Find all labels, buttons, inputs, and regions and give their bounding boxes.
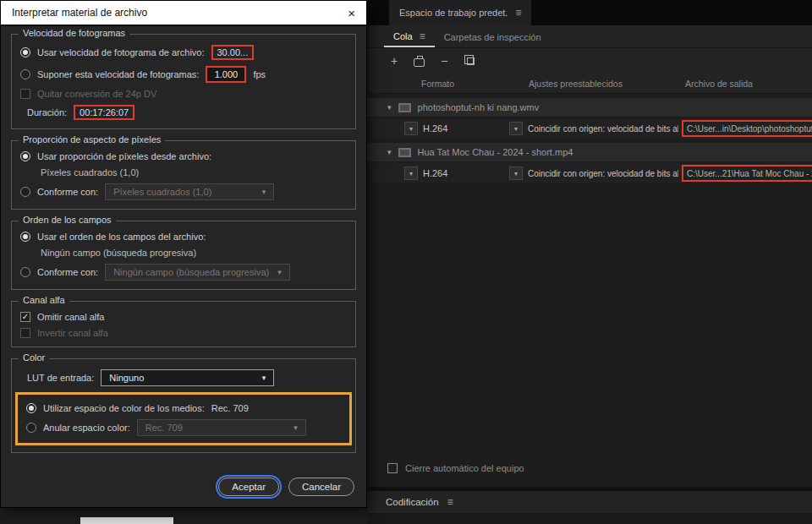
group-color-legend: Color — [19, 352, 49, 363]
column-preset: Ajustes preestablecidos — [529, 79, 623, 89]
bottom-strip — [0, 508, 367, 524]
invert-alpha-row: Invertir canal alfa — [20, 328, 347, 338]
override-color-dropdown: Rec. 709 ▾ — [137, 419, 306, 436]
dialog-title: Interpretar material de archivo — [12, 7, 147, 19]
tab-carpetas-inspeccion[interactable]: Carpetas de inspección — [435, 25, 551, 47]
tab-cola[interactable]: Cola ≡ — [384, 25, 435, 47]
output-path[interactable]: C:\User...in\Desktop\photoshoptut-nh — [687, 124, 812, 134]
ignore-alpha-checkbox[interactable]: ✓ — [20, 312, 30, 322]
radio-override-color[interactable] — [26, 423, 36, 433]
encoding-panel-menu-icon[interactable]: ≡ — [447, 496, 453, 508]
queue-panel-menu-icon[interactable]: ≡ — [420, 30, 425, 42]
ignore-alpha-label: Omitir canal alfa — [37, 312, 104, 322]
invert-alpha-label: Invertir canal alfa — [37, 328, 108, 338]
collapse-chevron-icon[interactable]: ▾ — [387, 103, 392, 112]
film-icon — [398, 103, 411, 112]
override-color-row: Anular espacio color: Rec. 709 ▾ — [26, 419, 341, 436]
par-conform-dropdown: Píxeles cuadrados (1,0) ▾ — [105, 183, 274, 200]
add-source-button[interactable]: + — [391, 55, 398, 67]
file-framerate-text: 30.00... — [217, 47, 249, 57]
radio-conform-par[interactable] — [20, 187, 30, 197]
chevron-down-icon: ▾ — [262, 188, 266, 196]
encoding-panel-title: Codificación — [386, 497, 439, 507]
close-icon[interactable]: × — [348, 7, 355, 19]
radio-use-file-par[interactable] — [20, 151, 30, 161]
media-encoder-window: Espacio de trabajo predet. ≡ Cola ≡ Carp… — [367, 0, 812, 524]
workspace-bar: Espacio de trabajo predet. ≡ — [367, 0, 812, 25]
duration-value: 00:17:26:07 — [74, 105, 134, 120]
group-pixel-aspect: Proporción de aspecto de píxeles Usar pr… — [11, 140, 356, 210]
duplicate-button[interactable] — [467, 57, 475, 65]
auto-shutdown-checkbox[interactable] — [387, 463, 398, 473]
output-path-annotation[interactable]: C:\User...21\Hua Tat Moc Chau - 2024 - — [682, 165, 812, 182]
fields-conform-value: Ningún campo (búsqueda progresiva) — [113, 267, 269, 277]
queue-source-row[interactable]: ▾ Hua Tat Moc Chau - 2024 - short.mp4 — [367, 143, 812, 161]
dialog-titlebar: Interpretar material de archivo × — [1, 1, 366, 26]
radio-use-file-fields[interactable] — [20, 232, 30, 242]
use-file-par-label: Usar proporción de píxeles desde archivo… — [37, 151, 211, 161]
check-icon: ✓ — [22, 313, 29, 321]
chevron-down-icon: ▾ — [294, 423, 298, 432]
override-color-value: Rec. 709 — [145, 423, 183, 433]
tab-carpetas-label: Carpetas de inspección — [444, 32, 541, 42]
film-icon — [398, 148, 411, 157]
queue-output-row[interactable]: ▾ H.264 ▾ Coincidir con origen: velocida… — [367, 163, 812, 183]
radio-use-media-color[interactable] — [26, 403, 36, 413]
queue-source-row[interactable]: ▾ photoshoptut-nh ki nang.wmv — [367, 98, 812, 117]
assume-framerate-label: Suponer esta velocidad de fotogramas: — [37, 69, 199, 79]
source-filename: Hua Tat Moc Chau - 2024 - short.mp4 — [418, 147, 573, 157]
chevron-down-icon: ▾ — [409, 125, 413, 133]
use-file-fields-label: Usar el orden de los campos del archivo: — [37, 232, 206, 242]
lut-dropdown[interactable]: Ninguno ▾ — [101, 369, 274, 386]
collapse-chevron-icon[interactable]: ▾ — [387, 148, 392, 156]
file-framerate-value: 30.00... — [211, 45, 255, 60]
queue-output-row[interactable]: ▾ H.264 ▾ Coincidir con origen: velocida… — [367, 118, 812, 139]
remove-24p-row: Quitar conversión de 24p DV — [20, 89, 347, 99]
workspace-menu-icon[interactable]: ≡ — [515, 7, 521, 19]
radio-assume-framerate[interactable] — [20, 69, 30, 79]
duration-row: Duración: 00:17:26:07 — [20, 105, 347, 120]
lut-label: LUT de entrada: — [27, 373, 94, 383]
preset-dropdown-icon[interactable]: ▾ — [509, 166, 523, 180]
format-value[interactable]: H.264 — [423, 168, 447, 178]
duration-label: Duración: — [27, 107, 67, 117]
screen: Espacio de trabajo predet. ≡ Cola ≡ Carp… — [0, 0, 812, 524]
assume-framerate-input[interactable] — [206, 66, 246, 83]
fields-file-value: Ningún campo (búsqueda progresiva) — [41, 248, 196, 258]
group-field-order-legend: Orden de los campos — [19, 215, 116, 225]
tab-cola-label: Cola — [393, 31, 413, 41]
encoding-panel: Codificación ≡ — [367, 487, 812, 524]
fields-conform-dropdown: Ningún campo (búsqueda progresiva) ▾ — [105, 264, 290, 281]
remove-item-button[interactable]: − — [441, 55, 447, 67]
output-path-annotation[interactable]: C:\User...in\Desktop\photoshoptut-nh — [682, 120, 812, 137]
add-preset-button[interactable] — [414, 58, 425, 67]
group-pixel-aspect-legend: Proporción de aspecto de píxeles — [19, 134, 165, 145]
output-path[interactable]: C:\User...21\Hua Tat Moc Chau - 2024 - — [687, 169, 812, 178]
ok-button-focus-ring: Aceptar — [216, 475, 282, 499]
format-value[interactable]: H.264 — [423, 123, 447, 134]
ok-button[interactable]: Aceptar — [218, 478, 279, 496]
radio-conform-fields[interactable] — [20, 267, 30, 277]
remove-24p-checkbox — [20, 89, 30, 99]
preset-dropdown-icon[interactable]: ▾ — [509, 122, 523, 135]
par-file-value-row: Píxeles cuadrados (1,0) — [20, 167, 347, 177]
group-frame-rate: Velocidad de fotogramas Usar velocidad d… — [11, 34, 356, 129]
queue-rows: ▾ photoshoptut-nh ki nang.wmv ▾ H.264 ▾ … — [367, 98, 812, 183]
format-dropdown-icon[interactable]: ▾ — [404, 166, 418, 180]
group-alpha: Canal alfa ✓ Omitir canal alfa Invertir … — [11, 301, 356, 347]
media-color-row: Utilizar espacio de color de los medios:… — [26, 403, 341, 413]
chevron-down-icon: ▾ — [277, 268, 282, 276]
preset-value[interactable]: Coincidir con origen: velocidad de bits … — [528, 124, 678, 134]
use-file-par-row: Usar proporción de píxeles desde archivo… — [20, 151, 347, 161]
workspace-tab[interactable]: Espacio de trabajo predet. ≡ — [389, 0, 531, 25]
preset-value[interactable]: Coincidir con origen: velocidad de bits … — [528, 169, 678, 178]
cancel-button[interactable]: Cancelar — [288, 478, 354, 496]
format-dropdown-icon[interactable]: ▾ — [404, 122, 418, 135]
group-alpha-legend: Canal alfa — [19, 295, 69, 305]
queue-toolbar: + − — [367, 48, 812, 74]
fields-conform-label: Conforme con: — [37, 267, 98, 277]
radio-use-file-framerate[interactable] — [20, 47, 30, 57]
override-color-label: Anular espacio color: — [43, 423, 130, 433]
background-window-fragment — [80, 517, 173, 524]
chevron-down-icon: ▾ — [409, 170, 413, 177]
